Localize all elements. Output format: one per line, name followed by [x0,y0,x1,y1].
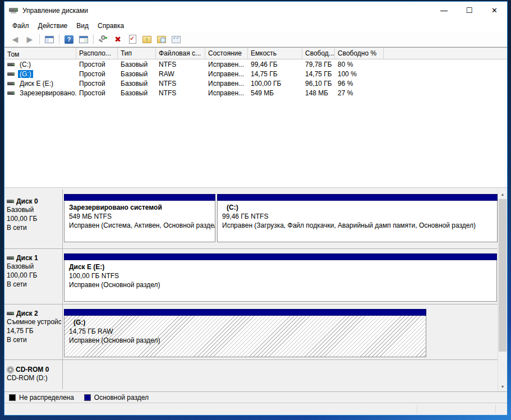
app-icon [9,7,19,15]
disk-size: 14,75 ГБ [7,326,61,335]
disk-name: Диск 0 [16,197,38,205]
toolbar-separator [59,34,59,44]
partition-e[interactable]: Диск E (E:) 100,00 ГБ NTFS Исправен (Осн… [64,253,497,304]
menu-view[interactable]: Вид [72,20,93,31]
partition-g-selected[interactable]: (G:) 14,75 ГБ RAW Исправен (Основной раз… [64,309,426,359]
volume-layout: Простой [76,80,118,87]
explore-button[interactable] [155,33,168,45]
disk-2-label[interactable]: Диск 2 Съемное устройство 14,75 ГБ В сет… [4,304,63,359]
column-header-free-pct[interactable]: Свободно % [335,48,384,59]
column-header-capacity[interactable]: Емкость [248,48,302,59]
partition-color-bar [64,194,215,201]
folder-up-icon [142,36,151,43]
menu-action[interactable]: Действие [34,20,72,31]
disk-kind: Базовый [7,205,61,214]
console-tree-button[interactable] [43,33,56,45]
back-button[interactable]: ◀ [8,33,22,45]
console-tree-icon [45,36,54,43]
rescan-icon [99,35,108,43]
column-header-fs[interactable]: Файловая с... [156,48,205,59]
disk-status: В сети [7,223,61,232]
scroll-up-icon[interactable]: ▲ [498,190,507,199]
volume-icon [7,82,15,85]
forward-button[interactable]: ▶ [23,33,36,45]
disk-kind: Съемное устройство [7,317,61,326]
scrollbar-track[interactable] [498,199,507,382]
column-header-type[interactable]: Тип [118,48,156,59]
disk-status: В сети [7,280,61,289]
volume-free: 14,75 ГБ [302,70,335,78]
window-title: Управление дисками [22,7,88,15]
rescan-button[interactable] [96,33,110,45]
volume-status: Исправен... [205,89,248,97]
partition-color-bar [217,194,498,201]
console-content: Том Располо... Тип Файловая с... Состоян… [4,47,507,403]
folder-up-button[interactable] [140,33,154,45]
delete-icon: ✖ [114,35,121,44]
volume-capacity: 100,00 ГБ [248,80,302,87]
partition-info: 549 МБ NTFS [69,212,210,221]
volume-layout: Простой [76,61,118,68]
scrollbar-thumb[interactable] [499,199,507,352]
volume-free-pct: 100 % [335,70,384,78]
partition-system-reserved[interactable]: Зарезервировано системой 549 МБ NTFS Исп… [64,194,215,248]
volume-capacity: 99,46 ГБ [248,61,302,68]
partition-info: 100,00 ГБ NTFS [69,271,492,280]
menu-file[interactable]: Файл [8,20,34,31]
disk-kind: CD-ROM (D:) [7,373,61,382]
disk-size: 100,00 ГБ [7,271,61,280]
volume-layout: Простой [76,89,118,97]
volume-type: Базовый [118,89,156,97]
toolbar-separator [39,34,40,44]
cdrom-empty-area [63,360,498,389]
disk-management-window: Управление дисками — ☐ ✕ Файл Действие В… [4,1,508,416]
help-button[interactable]: ? [62,33,76,45]
column-header-free[interactable]: Свобод... [302,48,335,59]
partition-color-bar [64,253,497,260]
vertical-scrollbar[interactable]: ▲ ▼ [498,190,507,391]
column-header-volume[interactable]: Том [4,48,76,59]
volume-status: Исправен... [205,80,248,87]
volume-free: 96,10 ГБ [302,80,335,87]
volume-row-reserved[interactable]: Зарезервировано... Простой Базовый NTFS … [4,88,507,98]
volume-status: Исправен... [205,70,248,78]
disk-name: Диск 2 [16,310,38,317]
delete-button[interactable]: ✖ [111,33,125,45]
partition-name: (C:) [222,203,492,212]
cdrom-0-label[interactable]: CD-ROM 0 CD-ROM (D:) [4,360,63,389]
column-header-status[interactable]: Состояние [205,48,248,59]
close-button[interactable]: ✕ [482,2,507,19]
partition-color-bar [64,309,426,316]
primary-partition-swatch [84,394,91,401]
status-bar [4,403,507,415]
minimize-button[interactable]: — [431,2,457,19]
partition-name: Зарезервировано системой [69,203,210,212]
volume-type: Базовый [118,80,156,87]
disk-1-row: Диск 1 Базовый 100,00 ГБ В сети Диск E (… [4,249,498,304]
forward-icon: ▶ [27,35,33,44]
volume-capacity: 14,75 ГБ [248,70,302,78]
volume-row-e[interactable]: Диск E (E:) Простой Базовый NTFS Исправе… [4,79,507,88]
check-disk-button[interactable] [126,33,139,45]
volume-row-c[interactable]: (C:) Простой Базовый NTFS Исправен... 99… [4,59,507,69]
legend-unallocated: Не распределена [9,394,74,401]
volume-row-g-selected[interactable]: (G:) Простой Базовый RAW Исправен... 14,… [4,69,507,79]
partition-c[interactable]: (C:) 99,46 ГБ NTFS Исправен (Загрузка, Ф… [217,194,498,248]
menu-help[interactable]: Справка [93,20,128,31]
volume-capacity: 549 МБ [248,89,302,97]
volume-icon [7,72,15,76]
partition-info: 99,46 ГБ NTFS [222,212,492,221]
action-pane-button[interactable] [77,33,90,45]
disk-0-label[interactable]: Диск 0 Базовый 100,00 ГБ В сети [4,190,63,248]
volume-list-header: Том Располо... Тип Файловая с... Состоян… [4,48,507,59]
scroll-down-icon[interactable]: ▼ [498,382,507,391]
unallocated-swatch [9,394,16,401]
maximize-button[interactable]: ☐ [457,2,482,19]
partition-state: Исправен (Система, Активен, Основной раз… [69,221,210,230]
column-header-layout[interactable]: Располо... [76,48,118,59]
disk-0-row: Диск 0 Базовый 100,00 ГБ В сети Зарезерв… [4,190,498,249]
title-bar[interactable]: Управление дисками — ☐ ✕ [4,2,507,19]
disk-1-label[interactable]: Диск 1 Базовый 100,00 ГБ В сети [4,249,63,304]
properties-list-button[interactable]: ✓✓ [169,33,183,45]
volume-free-pct: 80 % [335,61,384,68]
